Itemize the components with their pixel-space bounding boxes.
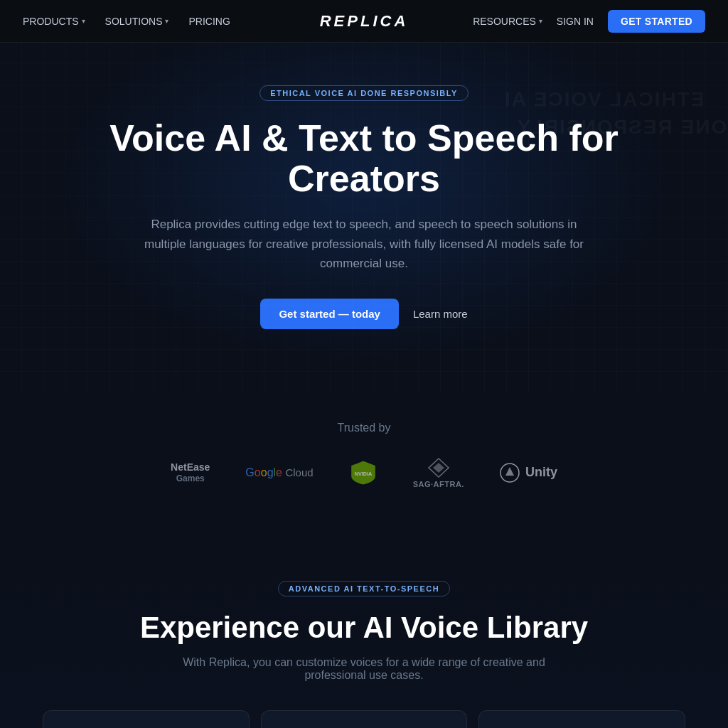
card-film: Film With Replica's AI-driven voice you … [478,710,685,728]
logo-nvidia: NVIDIA [349,460,378,486]
nav-resources[interactable]: RESOURCES ▾ [473,16,542,27]
logo-netease: NetEase Games [171,461,210,483]
trusted-section: Trusted by NetEase Games Google Cloud NV… [0,393,728,524]
logo-google: Google Cloud [245,466,313,479]
nav-resources-chevron: ▾ [539,17,542,25]
hero-ctas: Get started — today Learn more [28,299,700,329]
logo-sagaftra: SAG·AFTRA. [413,457,464,488]
hero-section: ETHICAL VOICE AI DONE RESPONSIBLY_ ETHIC… [0,43,728,393]
voice-library-section: ADVANCED AI TEXT-TO-SPEECH Experience ou… [0,552,728,728]
nav-solutions[interactable]: SOLUTIONS ▾ [105,16,169,27]
nav-left: PRODUCTS ▾ SOLUTIONS ▾ PRICING [23,16,230,27]
logo-unity: Unity [500,463,557,483]
voice-library-badge: ADVANCED AI TEXT-TO-SPEECH [278,581,450,596]
site-logo[interactable]: REPLICA [320,12,409,31]
card-gaming: Gaming With Replica, you can customize v… [43,710,250,728]
navbar: PRODUCTS ▾ SOLUTIONS ▾ PRICING REPLICA R… [0,0,728,43]
hero-subtitle: Replica provides cutting edge text to sp… [136,215,592,273]
nav-right: RESOURCES ▾ SIGN IN GET STARTED [473,10,705,33]
voice-library-title: Experience our AI Voice Library [43,611,685,645]
nav-products[interactable]: PRODUCTS ▾ [23,16,85,27]
hero-title: Voice AI & Text to Speech for Creators [101,118,627,199]
card-animation: Animation Add dynamic and immersive char… [261,710,468,728]
svg-text:NVIDIA: NVIDIA [354,471,371,477]
hero-learn-more-button[interactable]: Learn more [413,308,468,320]
trusted-label: Trusted by [43,422,685,434]
hero-badge: ETHICAL VOICE AI DONE RESPONSIBLY [259,85,469,101]
voice-library-subtitle: With Replica, you can customize voices f… [165,656,563,682]
nav-resources-label: RESOURCES [473,16,536,27]
sign-in-button[interactable]: SIGN IN [557,16,594,27]
nav-solutions-label: SOLUTIONS [105,16,163,27]
voice-cards-grid: Gaming With Replica, you can customize v… [43,710,685,728]
nav-get-started-button[interactable]: GET STARTED [608,10,705,33]
nav-products-label: PRODUCTS [23,16,79,27]
nav-solutions-chevron: ▾ [165,17,168,25]
nav-products-chevron: ▾ [82,17,85,25]
nav-pricing[interactable]: PRICING [188,16,230,27]
section-spacer [0,524,728,552]
nav-pricing-label: PRICING [188,16,230,27]
trusted-logos: NetEase Games Google Cloud NVIDIA SAG·AF… [43,457,685,488]
hero-get-started-button[interactable]: Get started — today [260,299,399,329]
